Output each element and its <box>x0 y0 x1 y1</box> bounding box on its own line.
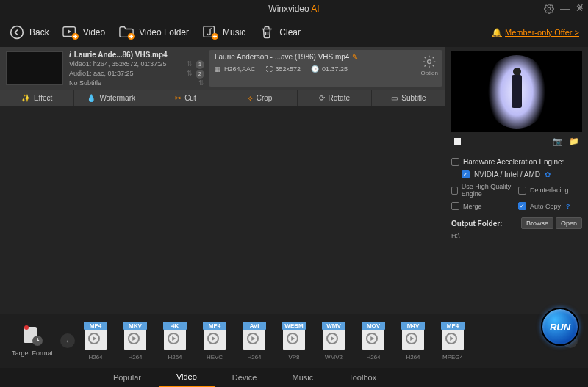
video-folder-label: Video Folder <box>139 27 189 37</box>
remove-item-button[interactable]: ✕ <box>577 2 584 12</box>
music-plus-icon <box>202 24 218 40</box>
format-badge: MKV <box>123 322 147 330</box>
svg-point-9 <box>32 336 43 346</box>
preview-player[interactable] <box>451 51 582 132</box>
hq-checkbox[interactable] <box>451 187 458 195</box>
back-button[interactable]: Back <box>9 24 49 40</box>
file-item[interactable]: ✕ iLaurie Ande...86) VHS.mp4 Video1: h26… <box>0 47 445 106</box>
format-preset[interactable]: MKVH264 <box>118 322 153 361</box>
format-codec-label: H264 <box>237 354 272 361</box>
format-codec-label: H264 <box>356 354 391 361</box>
tab-device[interactable]: Device <box>215 368 275 387</box>
crop-button[interactable]: ⟡Crop <box>223 90 298 106</box>
add-music-button[interactable]: Music <box>202 24 245 40</box>
subtitle-icon: ▭ <box>391 94 398 102</box>
bell-icon: 🔔 <box>492 28 502 37</box>
format-badge: WEBM <box>282 322 306 330</box>
item-option-button[interactable]: Option <box>420 54 438 76</box>
minimize-button[interactable]: — <box>560 3 570 14</box>
codec-value: H264,AAC <box>224 65 256 73</box>
hw-accel-checkbox[interactable] <box>451 158 459 166</box>
format-preset[interactable]: MOVH264 <box>356 322 391 361</box>
merge-label: Merge <box>463 203 482 210</box>
svg-point-0 <box>548 7 551 10</box>
format-preset[interactable]: MP4H264 <box>78 322 113 361</box>
edit-toolbar: ✨Effect 💧Watermark ✂Cut ⟡Crop ⟳Rotate ▭S… <box>0 90 445 106</box>
format-codec-label: MPEG4 <box>435 354 470 361</box>
add-video-button[interactable]: Video <box>62 24 105 40</box>
svg-point-7 <box>428 60 431 64</box>
video-track-info: Video1: h264, 352x572, 01:37:25 <box>69 59 166 69</box>
app-title: Winxvideo AI <box>268 4 319 14</box>
back-label: Back <box>29 27 49 37</box>
snapshot-icon[interactable]: 📷 <box>553 137 563 146</box>
format-preset[interactable]: MP4MPEG4 <box>435 322 470 361</box>
open-button[interactable]: Open <box>556 217 582 229</box>
clock-icon: 🕒 <box>311 65 319 73</box>
format-codec-label: H264 <box>118 354 153 361</box>
rotate-button[interactable]: ⟳Rotate <box>298 90 372 106</box>
format-preset[interactable]: WMVWMV2 <box>316 322 351 361</box>
format-preset[interactable]: M4VH264 <box>395 322 431 361</box>
format-codec-label: H264 <box>78 354 113 361</box>
watermark-button[interactable]: 💧Watermark <box>74 90 148 106</box>
resolution-value: 352x572 <box>276 65 301 73</box>
format-badge: M4V <box>401 322 425 330</box>
gpu-settings-icon[interactable]: ✿ <box>545 170 551 178</box>
format-preset[interactable]: 4KH264 <box>157 322 193 361</box>
autocopy-label: Auto Copy <box>530 203 561 210</box>
format-badge: MP4 <box>441 322 465 330</box>
merge-checkbox[interactable] <box>451 202 459 210</box>
target-format-button[interactable]: Target Format <box>7 325 57 357</box>
side-panel: 📷 📁 Hardware Acceleration Engine: ✓ NVID… <box>445 47 588 314</box>
format-codec-label: WMV2 <box>316 354 351 361</box>
member-offer-link[interactable]: 🔔 Member-only Offer > <box>492 28 579 37</box>
format-strip: Target Format ‹ MP4H264MKVH2644KH264MP4H… <box>0 314 588 368</box>
tab-toolbox[interactable]: Toolbox <box>331 368 394 387</box>
duration-value: 01:37:25 <box>322 65 348 73</box>
item-filename-short: Laurie Ande...86) VHS.mp4 <box>74 51 168 59</box>
tab-music[interactable]: Music <box>274 368 331 387</box>
clear-button[interactable]: Clear <box>259 24 301 40</box>
effect-button[interactable]: ✨Effect <box>0 90 74 106</box>
format-category-tabs: PopularVideoDeviceMusicToolbox <box>0 368 588 387</box>
open-folder-icon[interactable]: 📁 <box>569 137 579 146</box>
formats-prev-button[interactable]: ‹ <box>60 333 75 348</box>
gpu-checkbox[interactable]: ✓ <box>462 170 470 178</box>
file-list-panel: ✕ iLaurie Ande...86) VHS.mp4 Video1: h26… <box>0 47 445 314</box>
format-badge: MOV <box>362 322 385 330</box>
stop-button[interactable] <box>454 138 461 145</box>
autocopy-checkbox[interactable]: ✓ <box>518 202 526 210</box>
settings-icon[interactable] <box>544 4 554 14</box>
svg-point-1 <box>11 26 24 39</box>
format-badge: MP4 <box>203 322 226 330</box>
scissors-icon: ✂ <box>175 94 181 102</box>
item-thumbnail <box>6 51 63 85</box>
help-icon[interactable]: ? <box>566 203 570 210</box>
browse-button[interactable]: Browse <box>521 217 553 229</box>
clear-label: Clear <box>279 27 301 37</box>
run-button[interactable]: RUN <box>541 308 579 346</box>
hw-accel-heading: Hardware Acceleration Engine: <box>451 158 582 166</box>
tab-video[interactable]: Video <box>159 368 215 387</box>
format-preset[interactable]: MP4HEVC <box>197 322 232 361</box>
format-codec-label: HEVC <box>197 354 232 361</box>
tab-popular[interactable]: Popular <box>96 368 159 387</box>
item-filename-full: Laurie Anderson - ...ave (1986) VHS.mp4 <box>215 53 349 61</box>
info-icon: i <box>69 51 71 59</box>
format-badge: 4K <box>163 322 187 330</box>
format-preset[interactable]: WEBMVP8 <box>276 322 312 361</box>
rename-icon[interactable]: ✎ <box>352 53 358 61</box>
format-badge: WMV <box>322 322 345 330</box>
music-label: Music <box>223 27 245 37</box>
subtitle-button[interactable]: ▭Subtitle <box>372 90 445 106</box>
deint-checkbox[interactable] <box>518 187 526 195</box>
cut-button[interactable]: ✂Cut <box>148 90 223 106</box>
add-video-folder-button[interactable]: Video Folder <box>118 24 189 40</box>
trash-icon <box>259 24 275 40</box>
hq-label: Use High Quality Engine <box>462 183 515 198</box>
video-label: Video <box>83 27 105 37</box>
back-arrow-icon <box>9 24 25 40</box>
output-path: H:\ <box>451 232 582 239</box>
format-preset[interactable]: AVIH264 <box>237 322 272 361</box>
